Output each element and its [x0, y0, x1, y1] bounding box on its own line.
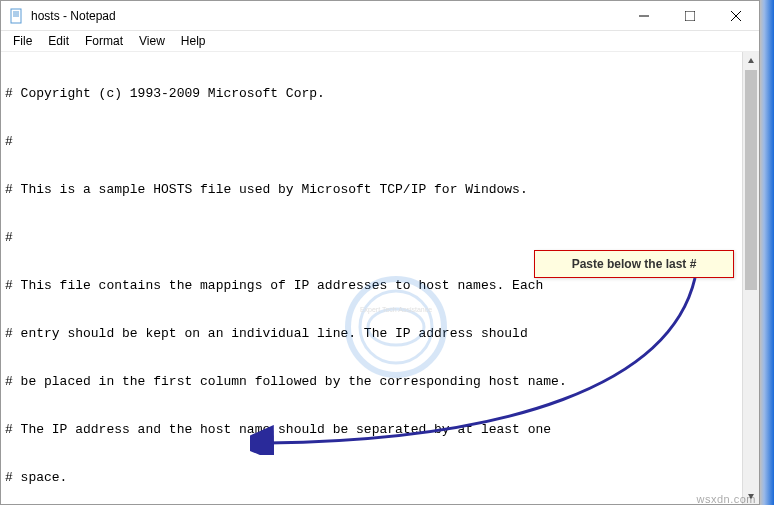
app-icon [9, 8, 25, 24]
maximize-button[interactable] [667, 1, 713, 30]
text-line: # [5, 230, 755, 246]
minimize-button[interactable] [621, 1, 667, 30]
annotation-callout: Paste below the last # [534, 250, 734, 278]
callout-text: Paste below the last # [572, 257, 697, 271]
text-line: # entry should be kept on an individual … [5, 326, 755, 342]
scroll-thumb[interactable] [745, 70, 757, 290]
svg-marker-12 [748, 58, 754, 63]
window-controls [621, 1, 759, 30]
menu-format[interactable]: Format [77, 32, 131, 50]
titlebar: hosts - Notepad [1, 1, 759, 31]
text-line: # The IP address and the host name shoul… [5, 422, 755, 438]
text-line: # [5, 134, 755, 150]
close-button[interactable] [713, 1, 759, 30]
window-title: hosts - Notepad [31, 9, 621, 23]
text-line: # Copyright (c) 1993-2009 Microsoft Corp… [5, 86, 755, 102]
editor-area: # Copyright (c) 1993-2009 Microsoft Corp… [1, 52, 759, 504]
svg-rect-5 [685, 11, 695, 21]
text-line: # space. [5, 470, 755, 486]
text-line: # This file contains the mappings of IP … [5, 278, 755, 294]
vertical-scrollbar[interactable] [742, 52, 759, 504]
site-watermark: wsxdn.com [696, 493, 756, 505]
text-line: # This is a sample HOSTS file used by Mi… [5, 182, 755, 198]
desktop-background-strip [760, 0, 774, 505]
text-editor[interactable]: # Copyright (c) 1993-2009 Microsoft Corp… [1, 52, 759, 504]
menu-help[interactable]: Help [173, 32, 214, 50]
scroll-up-icon[interactable] [743, 52, 759, 69]
text-line: # be placed in the first column followed… [5, 374, 755, 390]
menu-file[interactable]: File [5, 32, 40, 50]
menu-edit[interactable]: Edit [40, 32, 77, 50]
menubar: File Edit Format View Help [1, 31, 759, 52]
menu-view[interactable]: View [131, 32, 173, 50]
